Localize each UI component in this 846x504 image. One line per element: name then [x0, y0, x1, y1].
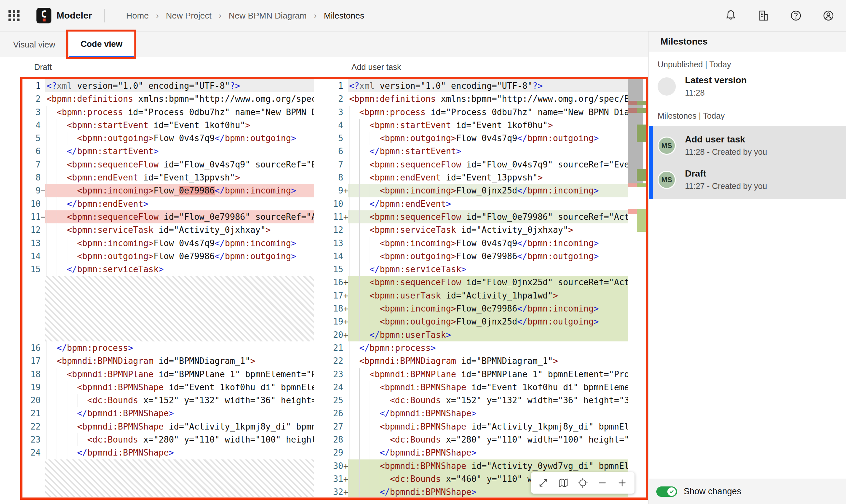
- code-line: 13<bpmn:incoming>Flow_0v4s7q9</bpmn:inco…: [22, 237, 314, 250]
- diff-minimap-scrollbar[interactable]: [628, 79, 648, 497]
- code-editor-add-user-task[interactable]: 1<?xml version="1.0" encoding="UTF-8"?>2…: [325, 79, 628, 497]
- line-number: 17: [22, 355, 41, 367]
- minimap-removed-mark: [628, 209, 637, 214]
- milestone-item-add-user-task[interactable]: MSAdd user task11:28 - Created by you: [653, 128, 846, 163]
- diff-sign: [41, 106, 45, 119]
- show-changes-toggle[interactable]: [656, 486, 677, 497]
- line-number: 9: [325, 184, 343, 197]
- diff-sign: +: [343, 210, 348, 223]
- diff-sign: [41, 119, 45, 132]
- line-number: 3: [22, 106, 41, 119]
- recenter-crosshair-icon[interactable]: [576, 476, 589, 489]
- editor-floating-toolbar: [531, 472, 635, 493]
- line-number: 18: [22, 368, 41, 381]
- milestones-panel-title: Milestones: [660, 36, 708, 47]
- line-number: 22: [325, 355, 343, 367]
- breadcrumb: Home›New Project›New BPMN Diagram›Milest…: [126, 11, 365, 21]
- diff-sign: [343, 197, 348, 210]
- line-number: 28: [325, 433, 343, 446]
- diff-sign: [41, 355, 45, 367]
- code-line: 20+</bpmn:userTask>: [325, 328, 628, 341]
- notifications-bell-icon[interactable]: [724, 9, 737, 22]
- code-line: 1<?xml version="1.0" encoding="UTF-8"?>: [325, 79, 628, 92]
- code-line: 25<dc:Bounds x="152" y="132" width="36" …: [325, 394, 628, 407]
- code-line: 14<bpmn:outgoing>Flow_0e79986</bpmn:outg…: [22, 250, 314, 263]
- breadcrumb-item-new-project[interactable]: New Project: [166, 11, 211, 21]
- line-number: 10: [22, 197, 41, 210]
- line-number: 6: [325, 145, 343, 158]
- minimap-added-mark: [637, 101, 648, 105]
- milestone-meta: 11:27 - Created by you: [685, 181, 767, 191]
- code-line: 28<dc:Bounds x="280" y="110" width="100"…: [325, 433, 628, 446]
- diff-sign: [41, 433, 45, 446]
- code-line: 16</bpmn:process>: [22, 341, 314, 355]
- diff-sign: +: [343, 485, 348, 497]
- line-number: 1: [22, 79, 41, 92]
- logo-red-dot: [42, 19, 46, 21]
- line-number: 19: [22, 381, 41, 394]
- profile-person-icon[interactable]: [822, 9, 835, 22]
- diff-sign: [41, 237, 45, 250]
- zoom-out-icon[interactable]: [596, 476, 609, 489]
- diff-sign: [343, 132, 348, 145]
- code-line: 9+<bpmn:incoming>Flow_0jnx25d</bpmn:inco…: [325, 184, 628, 197]
- line-number: 2: [325, 92, 343, 105]
- diff-sign: [41, 420, 45, 433]
- help-question-icon[interactable]: [789, 9, 803, 22]
- breadcrumb-item-home[interactable]: Home: [126, 11, 149, 21]
- line-number: 23: [22, 433, 41, 446]
- code-line: 21</bpmn:process>: [325, 341, 628, 355]
- line-number: 16: [325, 276, 343, 289]
- code-line: 4<bpmn:startEvent id="Event_1kof0hu">: [325, 119, 628, 132]
- diff-sign: [41, 381, 45, 394]
- line-number: 18: [325, 302, 343, 315]
- line-number: 5: [325, 132, 343, 145]
- minimap-added-mark: [637, 209, 648, 232]
- organization-building-icon[interactable]: [757, 9, 770, 22]
- diff-sign: [343, 341, 348, 355]
- breadcrumb-item-new-bpmn-diagram[interactable]: New BPMN Diagram: [229, 11, 307, 21]
- milestone-item-draft[interactable]: MSDraft11:27 - Created by you: [653, 163, 846, 197]
- line-number: 14: [22, 250, 41, 263]
- selected-milestones-block: MSAdd user task11:28 - Created by youMSD…: [649, 126, 846, 199]
- line-number: 4: [325, 119, 343, 132]
- left-pane-scrollbar[interactable]: [304, 77, 315, 79]
- line-number: 29: [325, 446, 343, 459]
- app-switcher-icon[interactable]: [8, 10, 19, 21]
- code-line: 21</bpmndi:BPMNShape>: [22, 407, 314, 420]
- diff-sign: [343, 355, 348, 367]
- code-line: 23<bpmndi:BPMNPlane id="BPMNPlane_1" bpm…: [325, 368, 628, 381]
- line-number: 1: [325, 79, 343, 92]
- code-line: 19+<bpmn:outgoing>Flow_0jnx25d</bpmn:out…: [325, 315, 628, 328]
- code-line: 3<bpmn:process id="Process_0dbu7hz" name…: [325, 106, 628, 119]
- diff-sign: +: [343, 315, 348, 328]
- line-number: 26: [325, 407, 343, 420]
- code-line: 12<bpmn:serviceTask id="Activity_0jxhxay…: [22, 223, 314, 236]
- diff-sign: [41, 446, 45, 459]
- map-icon[interactable]: [557, 476, 570, 489]
- diff-sign: [343, 106, 348, 119]
- code-line: 22<bpmndi:BPMNShape id="Activity_1kpmj8y…: [22, 420, 314, 433]
- code-line: 18<bpmndi:BPMNPlane id="BPMNPlane_1" bpm…: [22, 368, 314, 381]
- diff-sign: [343, 250, 348, 263]
- code-line: 4<bpmn:startEvent id="Event_1kof0hu">: [22, 119, 314, 132]
- expand-icon[interactable]: [537, 476, 550, 489]
- line-number: 25: [325, 394, 343, 407]
- diff-sign: +: [343, 460, 348, 472]
- tab-visual-view[interactable]: Visual view: [0, 32, 68, 57]
- diff-sign: [343, 394, 348, 407]
- code-line: 6</bpmn:startEvent>: [22, 145, 314, 158]
- code-line: 23<dc:Bounds x="280" y="110" width="100"…: [22, 433, 314, 446]
- diff-sign: [343, 433, 348, 446]
- app-header: C Modeler Home›New Project›New BPMN Diag…: [0, 0, 846, 32]
- code-line: 8<bpmn:endEvent id="Event_13ppvsh">: [325, 171, 628, 184]
- header-actions: [724, 9, 835, 22]
- latest-version-item[interactable]: Latest version 11:28: [649, 69, 846, 103]
- zoom-in-icon[interactable]: [616, 476, 629, 489]
- code-line: 8<bpmn:endEvent id="Event_13ppvsh">: [22, 171, 314, 184]
- code-line: 7<bpmn:sequenceFlow id="Flow_0v4s7q9" so…: [325, 158, 628, 171]
- minimap-added-mark: [637, 125, 648, 142]
- code-editor-draft[interactable]: 1<?xml version="1.0" encoding="UTF-8"?>2…: [22, 79, 314, 497]
- breadcrumb-separator: ›: [314, 11, 317, 21]
- tab-code-view[interactable]: Code view: [69, 32, 134, 57]
